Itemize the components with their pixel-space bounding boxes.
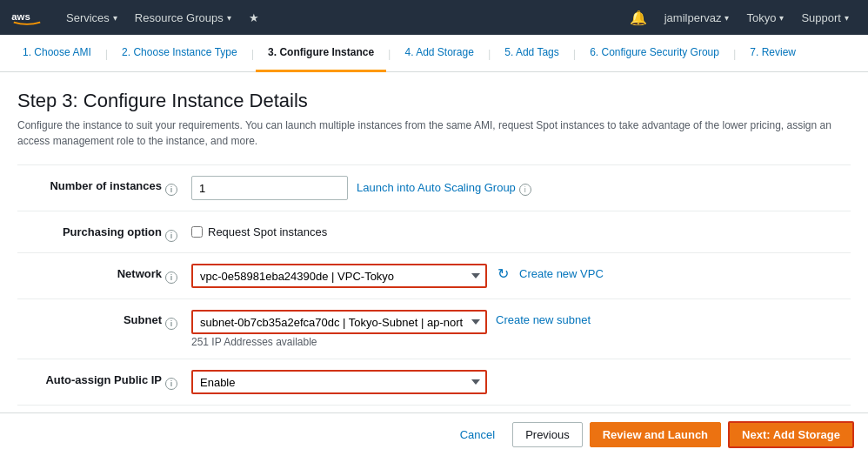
tab-add-storage[interactable]: 4. Add Storage — [392, 35, 485, 72]
subnet-info-icon[interactable]: i — [165, 318, 177, 330]
support-nav[interactable]: Support ▾ — [792, 0, 858, 35]
page-description: Configure the instance to suit your requ… — [17, 117, 851, 149]
subnet-col: subnet-0b7cb35a2efca70dc | Tokyo-Subnet … — [191, 310, 487, 348]
auto-assign-row: Auto-assign Public IP i Enable — [17, 359, 851, 405]
purchasing-option-label: Purchasing option i — [17, 222, 191, 242]
username-label: jamilpervaz — [664, 11, 722, 24]
tab-choose-ami[interactable]: 1. Choose AMI — [10, 35, 103, 72]
page-title: Step 3: Configure Instance Details — [17, 90, 851, 112]
number-of-instances-input[interactable] — [191, 176, 348, 200]
support-chevron-icon: ▾ — [845, 13, 849, 23]
create-vpc-link[interactable]: Create new VPC — [519, 267, 604, 280]
launch-auto-scaling-link[interactable]: Launch into Auto Scaling Group i — [357, 179, 531, 196]
auto-assign-control: Enable — [191, 370, 851, 394]
tab-configure-instance[interactable]: 3. Configure Instance — [256, 35, 386, 72]
purchasing-option-info-icon[interactable]: i — [165, 230, 177, 242]
main-content: Step 3: Configure Instance Details Confi… — [0, 72, 868, 412]
number-of-instances-label: Number of instances i — [17, 176, 191, 196]
purchasing-option-row: Purchasing option i Request Spot instanc… — [17, 211, 851, 252]
network-control: vpc-0e58981eba24390de | VPC-Tokyo ↻ Crea… — [191, 264, 851, 288]
subnet-select[interactable]: subnet-0b7cb35a2efca70dc | Tokyo-Subnet … — [191, 310, 487, 334]
placement-group-row: Placement group i Add instance to placem… — [17, 405, 851, 412]
nav-right-section: 🔔 jamilpervaz ▾ Tokyo ▾ Support ▾ — [621, 0, 858, 35]
network-label: Network i — [17, 264, 191, 284]
purchasing-option-control: Request Spot instances — [191, 222, 851, 238]
resource-groups-chevron-icon: ▾ — [227, 13, 231, 23]
auto-assign-label: Auto-assign Public IP i — [17, 370, 191, 390]
number-of-instances-control: Launch into Auto Scaling Group i — [191, 176, 851, 200]
subnet-control: subnet-0b7cb35a2efca70dc | Tokyo-Subnet … — [191, 310, 851, 348]
create-subnet-link[interactable]: Create new subnet — [496, 313, 591, 326]
services-label: Services — [66, 11, 110, 24]
region-nav[interactable]: Tokyo ▾ — [738, 0, 792, 35]
subnet-note: 251 IP Addresses available — [191, 336, 487, 348]
network-info-icon[interactable]: i — [165, 272, 177, 284]
auto-assign-info-icon[interactable]: i — [165, 378, 177, 390]
support-label: Support — [801, 11, 841, 24]
network-select[interactable]: vpc-0e58981eba24390de | VPC-Tokyo — [191, 264, 487, 288]
request-spot-label[interactable]: Request Spot instances — [191, 225, 327, 238]
number-of-instances-info-icon[interactable]: i — [165, 184, 177, 196]
network-refresh-button[interactable]: ↻ — [496, 265, 511, 282]
request-spot-checkbox[interactable] — [191, 226, 203, 238]
resource-groups-nav[interactable]: Resource Groups ▾ — [126, 0, 240, 35]
user-nav[interactable]: jamilpervaz ▾ — [656, 0, 738, 35]
aws-logo[interactable]: aws — [10, 6, 43, 29]
network-row: Network i vpc-0e58981eba24390de | VPC-To… — [17, 252, 851, 298]
svg-text:aws: aws — [11, 11, 30, 22]
resource-groups-label: Resource Groups — [135, 11, 224, 24]
subnet-label: Subnet i — [17, 310, 191, 330]
user-chevron-icon: ▾ — [724, 13, 729, 23]
notifications-bell-icon[interactable]: 🔔 — [621, 0, 656, 35]
tab-add-tags[interactable]: 5. Add Tags — [492, 35, 571, 72]
favorites-star[interactable]: ★ — [240, 0, 268, 35]
top-navigation: aws Services ▾ Resource Groups ▾ ★ 🔔 jam… — [0, 0, 868, 35]
auto-assign-select[interactable]: Enable — [191, 370, 487, 394]
subnet-row: Subnet i subnet-0b7cb35a2efca70dc | Toky… — [17, 298, 851, 359]
tab-choose-instance-type[interactable]: 2. Choose Instance Type — [110, 35, 250, 72]
region-label: Tokyo — [746, 11, 776, 24]
launch-auto-scaling-info-icon[interactable]: i — [519, 184, 531, 196]
tab-configure-security-group[interactable]: 6. Configure Security Group — [578, 35, 731, 72]
wizard-tabs: 1. Choose AMI | 2. Choose Instance Type … — [0, 35, 868, 72]
number-of-instances-row: Number of instances i Launch into Auto S… — [17, 164, 851, 211]
tab-review[interactable]: 7. Review — [738, 35, 808, 72]
region-chevron-icon: ▾ — [779, 13, 784, 23]
services-nav[interactable]: Services ▾ — [57, 0, 126, 35]
services-chevron-icon: ▾ — [113, 13, 117, 23]
